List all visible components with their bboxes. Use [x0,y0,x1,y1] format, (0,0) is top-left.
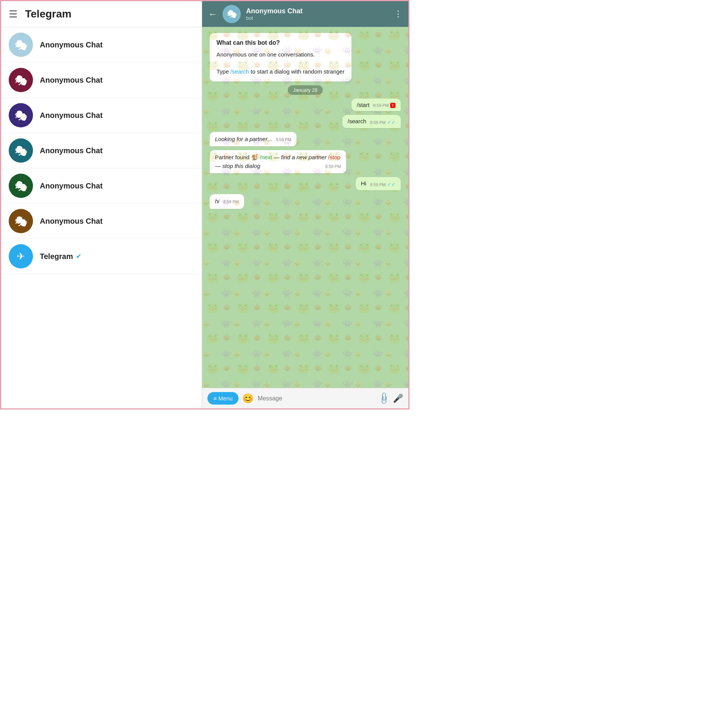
mask-icon: 🎭 [14,180,28,192]
message-time: 8:59 PM✓✓ [370,119,395,125]
header-subtitle: bot [246,15,389,21]
telegram-name: Telegram [40,252,73,261]
chat-body: 🐸 👾 🐱 🎃 What can this bot do? Anonymous … [202,27,408,388]
header-chat-name: Anonymous Chat [246,7,389,15]
header-info: Anonymous Chat bot [246,7,389,21]
mask-icon: 🎭 [14,74,28,86]
chat-window: ← 🎭 Anonymous Chat bot ⋮ 🐸 👾 🐱 🎃 [202,1,408,408]
chat-item-name: Anonymous Chat [40,182,103,190]
user-message: /search 8:59 PM✓✓ [342,115,401,128]
telegram-plane-icon: ✈ [17,251,25,262]
more-options-icon[interactable]: ⋮ [394,9,402,19]
chat-list-panel: ☰ Telegram 🎭 Anonymous Chat 🎭 Anonymous … [1,1,202,408]
message-time: 8:59 PM! [373,103,395,108]
read-status-icon: ✓✓ [387,182,395,187]
msg-part: Partner found 🐒 [215,154,260,160]
stop-link[interactable]: /stop [328,154,340,160]
telegram-avatar: ✈ [9,244,33,268]
chat-list-item[interactable]: 🎭 Anonymous Chat [1,27,202,63]
attachment-icon[interactable]: 📎 [377,391,391,405]
chat-list: 🎭 Anonymous Chat 🎭 Anonymous Chat 🎭 Anon… [1,27,202,408]
bot-reply-message: hi8:59 PM [210,194,244,209]
header-avatar-icon: 🎭 [227,9,237,19]
bot-intro-body1: Anonymous one on one conversations. [217,50,345,59]
chat-item-name: Anonymous Chat [40,41,103,49]
user-message: /start 8:59 PM! [351,99,401,111]
bot-intro-message: What can this bot do? Anonymous one on o… [210,33,351,82]
bot-intro-bold: What can this bot do? [217,38,345,47]
message-time: 8:59 PM [325,163,341,170]
mask-icon: 🎭 [14,215,28,228]
chat-avatar: 🎭 [9,174,33,198]
msg-italic: — find a new partner [272,154,328,160]
message-text: Hi [361,180,366,187]
chat-list-item[interactable]: 🎭 Anonymous Chat [1,98,202,133]
chat-item-name: Anonymous Chat [40,146,103,155]
user-message: Hi 8:59 PM✓✓ [356,177,401,190]
bot-reply-message: Looking for a partner...8:59 PM [210,132,297,147]
telegram-chat-item[interactable]: ✈ Telegram ✔ [1,239,202,274]
left-header: ☰ Telegram [1,1,202,27]
verified-badge: ✔ [76,252,82,260]
message-time: 8:59 PM [276,136,291,143]
mask-icon: 🎭 [14,39,28,51]
message-text: /start [357,102,369,108]
msg-italic: — stop this dialog [215,163,260,169]
message-input[interactable] [257,395,375,402]
chat-item-name: Anonymous Chat [40,217,103,226]
microphone-icon[interactable]: 🎤 [393,394,403,403]
read-status-icon: ✓✓ [387,119,395,125]
menu-button[interactable]: ≡ Menu [207,392,238,405]
chat-avatar: 🎭 [9,138,33,163]
message-time: 8:59 PM✓✓ [370,182,395,187]
header-avatar: 🎭 [223,5,241,23]
chat-item-name: Anonymous Chat [40,76,103,85]
bot-reply-message: Partner found 🐒 /next — find a new partn… [210,150,346,173]
message-text: /search [348,118,366,124]
chat-list-item[interactable]: 🎭 Anonymous Chat [1,204,202,239]
back-icon[interactable]: ← [208,9,217,19]
message-time: 8:59 PM [223,199,239,205]
error-badge: ! [390,103,395,108]
chat-avatar: 🎭 [9,103,33,127]
input-bar: ≡ Menu 😊 📎 🎤 [202,388,408,408]
mask-icon: 🎭 [14,144,28,157]
app-title: Telegram [25,8,71,20]
chat-avatar: 🎭 [9,33,33,57]
chat-list-item[interactable]: 🎭 Anonymous Chat [1,63,202,98]
chat-item-name: Anonymous Chat [40,111,103,120]
date-divider: January 28 [288,85,323,95]
bot-reply-text: Looking for a partner... [215,136,272,142]
search-link[interactable]: /search [231,68,249,75]
telegram-name-row: Telegram ✔ [40,252,82,261]
chat-avatar: 🎭 [9,68,33,92]
chat-avatar: 🎭 [9,209,33,233]
bot-intro-body2: Type /search to start a dialog with rand… [217,67,345,76]
chat-header: ← 🎭 Anonymous Chat bot ⋮ [202,1,408,27]
chat-list-item[interactable]: 🎭 Anonymous Chat [1,168,202,204]
bot-reply-text: hi [215,198,220,204]
next-link[interactable]: /next [260,154,272,160]
chat-list-item[interactable]: 🎭 Anonymous Chat [1,133,202,168]
emoji-button[interactable]: 😊 [242,393,254,404]
mask-icon: 🎭 [14,109,28,122]
hamburger-icon[interactable]: ☰ [9,8,17,20]
